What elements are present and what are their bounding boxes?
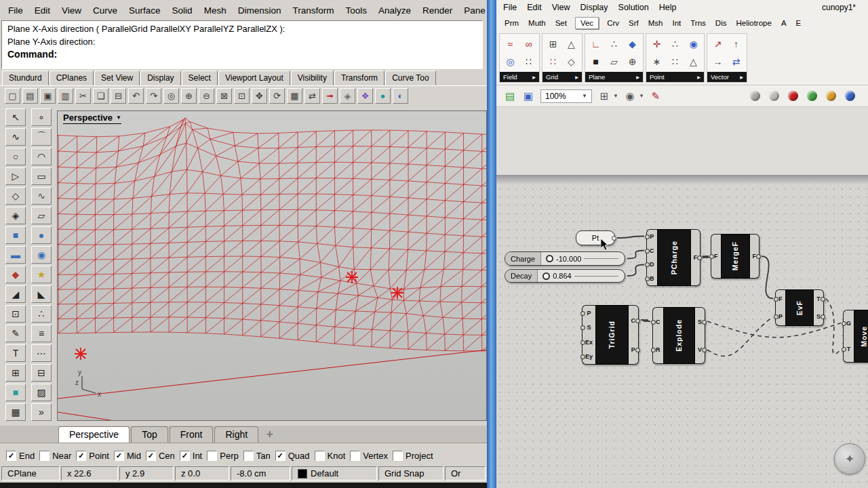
ribbon-group-label-vector[interactable]: Vector▸ (707, 72, 747, 82)
toolbar-tab-set-view[interactable]: Set View (94, 70, 140, 85)
toolbar-tab-cplanes[interactable]: CPlanes (50, 70, 94, 85)
osnap-mid[interactable]: ✓Mid (114, 451, 141, 461)
construct-plane-icon[interactable]: ■ (587, 53, 604, 70)
toolbar-tab-viewport-layout[interactable]: Viewport Layout (218, 70, 290, 85)
node-move[interactable]: GTMoveG (843, 310, 868, 363)
new-definition-icon[interactable]: ▤ (502, 89, 517, 104)
shaded-view-icon[interactable]: ▦ (287, 88, 302, 104)
osnap-perp[interactable]: Perp (207, 451, 238, 461)
node-charge[interactable]: Charge-10.000 (505, 251, 625, 266)
menu-edit[interactable]: Edit (35, 5, 50, 16)
hatch-tool-icon[interactable]: ▨ (31, 384, 52, 401)
osnap-project[interactable]: Project (393, 451, 433, 461)
osnap-end[interactable]: ✓End (6, 451, 35, 461)
rectangular-grid-icon[interactable]: ⊞ (545, 35, 561, 53)
open-file-icon[interactable]: ▤ (22, 88, 38, 104)
save-definition-icon[interactable]: ▣ (521, 89, 536, 104)
ellipse-tool-icon[interactable]: ◇ (5, 187, 26, 205)
gh-menu-file[interactable]: File (503, 3, 517, 12)
gh-tab-vec[interactable]: Vec (575, 17, 599, 29)
node-pcharge[interactable]: PCDBPChargeF (646, 229, 701, 286)
quality-high-ball[interactable] (845, 91, 855, 101)
more-tools-icon[interactable]: » (31, 403, 52, 421)
hexagonal-grid-icon[interactable]: ◇ (563, 53, 580, 70)
swap-view-icon[interactable]: ⇄ (304, 88, 320, 104)
copy-object-icon[interactable]: ❖ (357, 88, 373, 104)
node-decay[interactable]: Decay0.864 (505, 269, 625, 283)
zoom-in-icon[interactable]: ⊕ (181, 88, 197, 104)
osnap-knot[interactable]: Knot (315, 451, 346, 461)
view-tab-top[interactable]: Top (131, 426, 168, 443)
points-tool-icon[interactable]: ∴ (31, 305, 52, 323)
preview-off-ball[interactable] (750, 91, 760, 101)
new-file-icon[interactable]: ▢ (5, 88, 20, 104)
toolbar-tab-visibility[interactable]: Visibility (291, 70, 334, 85)
osnap-tan[interactable]: Tan (243, 451, 271, 461)
canvas-grid-icon[interactable]: ⊞ (597, 89, 612, 104)
command-area[interactable]: Plane X-Axis direction ( ParallelGrid Pa… (1, 20, 483, 69)
output-port-c[interactable]: C (629, 317, 639, 324)
input-port-t[interactable]: T (844, 346, 854, 352)
input-port-c[interactable]: C (653, 319, 663, 325)
cylinder-tool-icon[interactable]: ▬ (5, 246, 26, 264)
ribbon-group-label-point[interactable]: Point▸ (646, 72, 704, 82)
chevron-down-icon[interactable]: ▼ (613, 93, 618, 99)
input-port-d[interactable]: D (647, 261, 657, 268)
save-file-icon[interactable]: ▣ (40, 88, 56, 104)
osnap-checkbox-cen[interactable]: ✓ (146, 451, 156, 461)
gh-tab-a[interactable]: A (780, 18, 788, 28)
gh-tab-prm[interactable]: Prm (503, 18, 520, 28)
input-port-r[interactable]: R (653, 346, 663, 353)
status-cell-z-0-0[interactable]: z 0.0 (175, 466, 229, 481)
gh-menu-display[interactable]: Display (580, 3, 608, 12)
triangular-grid-icon[interactable]: △ (563, 35, 580, 53)
input-port-f[interactable]: F (776, 296, 785, 302)
gh-tab-e[interactable]: E (795, 18, 803, 28)
gh-menu-view[interactable]: View (552, 3, 570, 12)
plane-tool-icon[interactable]: ▱ (31, 207, 52, 224)
dots-tool-icon[interactable]: ⋯ (31, 344, 52, 362)
ribbon-group-label-field[interactable]: Field▸ (500, 72, 539, 82)
preview-eye-icon[interactable]: ◉ (623, 89, 637, 104)
node-mergef[interactable]: FMergeFF (711, 234, 760, 279)
render-icon[interactable]: ● (375, 88, 391, 104)
sketch-pen-icon[interactable]: ✎ (648, 89, 663, 104)
status-cell-grid-snap[interactable]: Grid Snap (378, 466, 443, 481)
toolbar-tab-display[interactable]: Display (140, 70, 180, 85)
gh-tab-msh[interactable]: Msh (647, 18, 665, 28)
zoom-selected-icon[interactable]: ⊡ (234, 88, 250, 104)
perspective-viewport[interactable]: Perspective ▼ yzx (57, 110, 487, 421)
cone-tool-icon[interactable]: ▷ (5, 167, 26, 185)
redo-icon[interactable]: ↷ (146, 88, 161, 104)
output-port-t[interactable]: T (814, 296, 823, 302)
osnap-checkbox-vertex[interactable] (350, 451, 360, 461)
gh-tab-muth[interactable]: Muth (527, 18, 547, 28)
lock-icon[interactable]: ◈ (340, 88, 355, 104)
gh-menu-solution[interactable]: Solution (618, 3, 649, 12)
menu-curve[interactable]: Curve (93, 5, 117, 16)
text-tool-icon[interactable]: T (5, 344, 26, 362)
zoom-extents-icon[interactable]: ⊠ (216, 88, 232, 104)
osnap-int[interactable]: ✓Int (180, 451, 202, 461)
menu-file[interactable]: File (8, 5, 23, 16)
helix-tool-icon[interactable]: ∿ (31, 187, 52, 205)
chevron-down-icon[interactable]: ▼ (639, 93, 644, 99)
point-xyz-icon[interactable]: ∗ (648, 53, 665, 70)
slider-grip-charge[interactable] (546, 255, 553, 262)
input-port-p[interactable]: P (583, 310, 595, 317)
osnap-checkbox-int[interactable]: ✓ (180, 451, 190, 461)
curve-tool-icon[interactable]: ⌒ (31, 128, 52, 146)
output-port-f[interactable]: F (750, 253, 760, 260)
paste-icon[interactable]: ⊟ (111, 88, 126, 104)
array-tool-icon[interactable]: ▦ (5, 403, 26, 421)
viewport-title-dropdown-icon[interactable]: ▼ (116, 115, 121, 121)
gh-tab-heliotrope[interactable]: Heliotrope (734, 18, 772, 28)
closest-point-icon[interactable]: ◉ (685, 35, 702, 53)
point-tool-icon[interactable]: ∘ (31, 108, 52, 126)
ribbon-group-label-grid[interactable]: Grid▸ (542, 72, 582, 82)
gh-tab-set[interactable]: Set (554, 18, 568, 28)
quality-med-ball[interactable] (826, 91, 836, 101)
gh-tab-int[interactable]: Int (671, 18, 682, 28)
osnap-point[interactable]: ✓Point (76, 451, 109, 461)
input-port-p[interactable]: P (647, 233, 657, 240)
